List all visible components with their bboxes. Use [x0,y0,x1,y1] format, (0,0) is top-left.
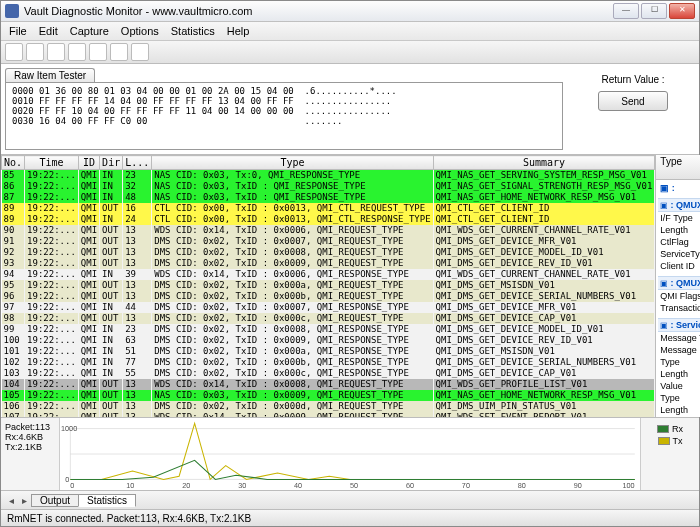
property-row[interactable]: Transaction ID0x0000 [658,302,700,314]
property-row[interactable]: Message Length0x002a [658,344,700,356]
legend-rx-icon [657,425,669,433]
toolbar-btn-4[interactable] [68,43,86,61]
window-title: Vault Diagnostic Monitor - www.vaultmicr… [24,5,613,17]
minimize-button[interactable]: — [613,3,639,19]
menu-bar: File Edit Capture Options Statistics Hel… [1,22,699,41]
packet-info: Packet:113 Rx:4.6KB Tx:2.1KB [1,418,60,490]
col-l[interactable]: L... [123,156,152,170]
table-row[interactable]: 10019:22:...QMIIN63DMS CID: 0x02, TxID :… [2,335,655,346]
table-row[interactable]: 10619:22:...QMIOUT13DMS CID: 0x02, TxID … [2,401,655,412]
hex-dump: 0000 01 36 00 80 01 03 04 00 00 01 00 2A… [5,82,563,150]
table-row[interactable]: 9619:22:...QMIOUT13DMS CID: 0x02, TxID :… [2,291,655,302]
maximize-button[interactable]: ☐ [641,3,667,19]
menu-file[interactable]: File [3,25,33,37]
svg-text:0: 0 [65,474,69,483]
table-row[interactable]: 10219:22:...QMIIN77DMS CID: 0x02, TxID :… [2,357,655,368]
property-row[interactable]: Message Type0x0001QMI_WDS_SET_EVENT... T… [658,332,700,344]
svg-text:0: 0 [70,481,74,490]
property-row[interactable]: QMI Flags0x04QMI_INDICATE_TYPE [658,290,700,302]
tab-statistics[interactable]: Statistics [78,494,136,507]
menu-edit[interactable]: Edit [33,25,64,37]
col-id[interactable]: ID [78,156,99,170]
menu-capture[interactable]: Capture [64,25,115,37]
table-row[interactable]: 8519:22:...QMIIN23NAS CID: 0x03, Tx:0, Q… [2,170,655,182]
table-row[interactable]: 8619:22:...QMIIN32NAS CID: 0x03, TxID : … [2,181,655,192]
status-bar: RmNET is connected. Packet:113, Rx:4.6KB… [1,509,699,526]
toolbar-btn-3[interactable] [47,43,65,61]
svg-text:10: 10 [126,481,134,490]
prop-col-type[interactable]: Type [656,155,700,179]
tab-raw-item-tester[interactable]: Raw Item Tester [5,68,95,82]
svg-text:70: 70 [462,481,470,490]
property-row[interactable]: ServiceType0x01WDS [658,248,700,260]
svg-text:60: 60 [406,481,414,490]
app-icon [5,4,19,18]
property-tree[interactable]: ▣ :QMI IN : QMUX Message I/F Type0x01Len… [656,180,700,417]
property-row[interactable]: Length0x0036 [658,224,700,236]
svg-text:50: 50 [350,481,358,490]
col-dir[interactable]: Dir [100,156,123,170]
svg-text:80: 80 [518,481,526,490]
toolbar-btn-5[interactable] [89,43,107,61]
table-row[interactable]: 8919:22:...QMIIN24CTL CID: 0x00, TxID : … [2,214,655,225]
svg-text:40: 40 [294,481,302,490]
traffic-chart: 1000 0 0102030405060708090100 [60,418,640,490]
menu-statistics[interactable]: Statistics [165,25,221,37]
property-row[interactable]: Length0x0004 [658,404,700,416]
menu-help[interactable]: Help [221,25,256,37]
send-button[interactable]: Send [598,91,668,111]
table-row[interactable]: 9119:22:...QMIOUT13DMS CID: 0x02, TxID :… [2,236,655,247]
table-row[interactable]: 9019:22:...QMIOUT13WDS CID: 0x14, TxID :… [2,225,655,236]
table-row[interactable]: 10319:22:...QMIIN55DMS CID: 0x02, TxID :… [2,368,655,379]
menu-options[interactable]: Options [115,25,165,37]
table-row[interactable]: 9919:22:...QMIIN23DMS CID: 0x02, TxID : … [2,324,655,335]
property-row[interactable]: Length0x0004 [658,368,700,380]
table-row[interactable]: 9219:22:...QMIOUT13DMS CID: 0x02, TxID :… [2,247,655,258]
close-button[interactable]: ✕ [669,3,695,19]
toolbar [1,41,699,64]
table-row[interactable]: 9819:22:...QMIOUT13DMS CID: 0x02, TxID :… [2,313,655,324]
svg-text:90: 90 [574,481,582,490]
return-value-label: Return Value : [575,74,691,85]
toolbar-btn-1[interactable] [5,43,23,61]
tab-output[interactable]: Output [31,494,79,507]
property-row[interactable]: CtlFlag0x00 [658,236,700,248]
toolbar-btn-2[interactable] [26,43,44,61]
col-type[interactable]: Type [152,156,433,170]
tab-prev[interactable]: ◂ [5,495,18,506]
svg-text:20: 20 [182,481,190,490]
toolbar-btn-6[interactable] [110,43,128,61]
table-row[interactable]: 8919:22:...QMIOUT16CTL CID: 0x00, TxID :… [2,203,655,214]
legend-tx: Tx [673,436,683,446]
table-row[interactable]: 8719:22:...QMIIN48NAS CID: 0x03, TxID : … [2,192,655,203]
property-row[interactable]: I/F Type0x01 [658,212,700,224]
legend-rx: Rx [672,424,683,434]
property-row[interactable]: Type0x14Tx Overflows [658,392,700,404]
table-row[interactable]: 10519:22:...QMIOUT13NAS CID: 0x03, TxID … [2,390,655,401]
table-row[interactable]: 10119:22:...QMIIN51DMS CID: 0x02, TxID :… [2,346,655,357]
svg-text:1000: 1000 [61,424,77,433]
col-summary[interactable]: Summary [433,156,655,170]
svg-text:30: 30 [238,481,246,490]
table-row[interactable]: 10419:22:...QMIOUT13WDS CID: 0x14, TxID … [2,379,655,390]
legend-tx-icon [658,437,670,445]
col-no[interactable]: No. [2,156,25,170]
table-row[interactable]: 9419:22:...QMIIN39WDS CID: 0x14, TxID : … [2,269,655,280]
svg-text:100: 100 [622,481,634,490]
toolbar-btn-7[interactable] [131,43,149,61]
property-row[interactable]: ValueFF FF FF FFuint32Number of ou... [658,380,700,392]
packet-table[interactable]: No. Time ID Dir L... Type Summary 8519:2… [1,155,655,417]
table-row[interactable]: 9719:22:...QMIIN44DMS CID: 0x02, TxID : … [2,302,655,313]
property-row[interactable]: Client ID0x03 [658,260,700,272]
table-row[interactable]: 9319:22:...QMIOUT13DMS CID: 0x02, TxID :… [2,258,655,269]
property-row[interactable]: Type0x15Rx Overflows [658,356,700,368]
col-time[interactable]: Time [25,156,79,170]
table-row[interactable]: 9519:22:...QMIOUT13DMS CID: 0x02, TxID :… [2,280,655,291]
tab-next[interactable]: ▸ [18,495,31,506]
